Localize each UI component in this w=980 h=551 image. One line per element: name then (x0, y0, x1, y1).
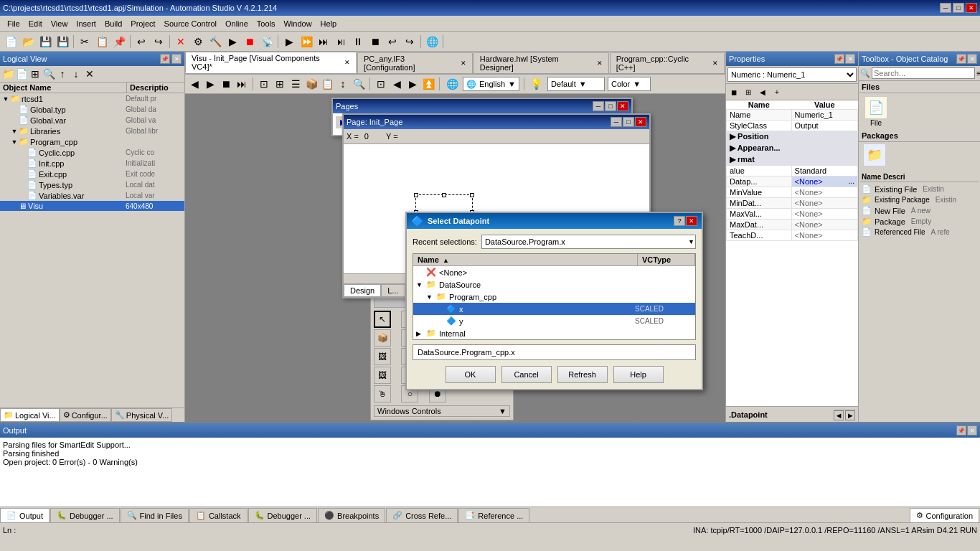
new-btn[interactable]: 📄 (3, 34, 19, 50)
bottom-tab-debugger2[interactable]: 🐛 Debugger ... (248, 508, 318, 522)
toolbox-pin-btn[interactable]: 📌 (956, 54, 966, 64)
tab-pc-any[interactable]: PC_any.IF3 [Configuration] ✕ (357, 52, 473, 73)
toolbox-close-btn[interactable]: ✕ (967, 54, 977, 64)
bottom-tab-find-files[interactable]: 🔍 Find in Files (121, 508, 189, 522)
menu-build[interactable]: Build (100, 18, 126, 29)
tree-toolbar-btn3[interactable]: ⊞ (29, 67, 42, 80)
tab-design[interactable]: Design (344, 284, 381, 297)
menu-file[interactable]: File (3, 18, 24, 29)
bottom-tab-cross-ref[interactable]: 🔗 Cross Refe... (386, 508, 458, 522)
menu-online[interactable]: Online (221, 18, 253, 29)
file-icon-new[interactable]: 📄 File (862, 96, 890, 127)
output-close-btn[interactable]: ✕ (967, 425, 977, 435)
tab-hardware-close[interactable]: ✕ (597, 60, 603, 67)
tool-mouse[interactable]: 🖱 (374, 385, 391, 402)
menu-window[interactable]: Window (279, 18, 316, 29)
minimize-button[interactable]: ─ (940, 3, 951, 13)
tree-item-exit-cpp[interactable]: 📄 Exit.cpp Exit code (0, 169, 184, 179)
props-teachd-val[interactable]: <None> (791, 230, 857, 241)
stop-btn[interactable]: ⏹ (242, 34, 258, 50)
copy-btn[interactable]: 📋 (94, 34, 110, 50)
ungroup-btn[interactable]: 📋 (321, 77, 334, 90)
tree-toolbar-btn2[interactable]: 📄 (15, 67, 28, 80)
props-maxdat-val[interactable]: <None> (791, 220, 857, 230)
tree-toolbar-btn6[interactable]: ↓ (70, 67, 83, 80)
props-btn1[interactable]: ◼ (727, 85, 740, 98)
dp-col-name[interactable]: Name ▲ (413, 254, 638, 265)
menu-source-control[interactable]: Source Control (160, 18, 221, 29)
bottom-tab-callstack[interactable]: 📋 Callstack (189, 508, 248, 522)
tab-configurator[interactable]: ⚙Configur... (60, 408, 111, 422)
tree-toolbar-btn4[interactable]: 🔍 (42, 67, 55, 80)
dp-item-none[interactable]: ❌ <None> (413, 266, 695, 278)
size-btn[interactable]: ⊡ (258, 77, 270, 90)
tree-item-init-cpp[interactable]: 📄 Init.cpp Initializati (0, 158, 184, 169)
props-name-value[interactable]: Numeric_1 (791, 110, 857, 121)
close-button[interactable]: ✕ (966, 3, 977, 13)
props-styleclass-value[interactable]: Output (791, 121, 857, 131)
tree-item-libraries[interactable]: ▼ 📁 Libraries Global libr (0, 126, 184, 136)
debug5-btn[interactable]: ⏸ (350, 34, 366, 50)
tree-item-visu[interactable]: 🖥 Visu 640x480 (0, 201, 184, 211)
tab-physical-view[interactable]: 🔧Physical V... (111, 408, 173, 422)
props-btn2[interactable]: ⊞ (742, 85, 755, 98)
group-btn[interactable]: 📦 (305, 77, 318, 90)
tab-program-cpp[interactable]: Program_cpp::Cyclic [C++] ✕ (610, 52, 725, 73)
tree-toolbar-btn5[interactable]: ↑ (56, 67, 69, 80)
tree-item-program-cpp[interactable]: ▼ 📁 Program_cpp (0, 136, 184, 147)
props-close-btn[interactable]: ✕ (845, 54, 855, 64)
dp-result-field[interactable]: DataSource.Program_cpp.x (413, 344, 696, 360)
dp-cancel-btn[interactable]: Cancel (501, 366, 552, 383)
init-minimize-btn[interactable]: ─ (611, 117, 622, 127)
menu-edit[interactable]: Edit (24, 18, 47, 29)
init-restore-btn[interactable]: □ (623, 117, 634, 127)
dp-recent-input[interactable] (481, 235, 696, 249)
transfer-btn[interactable]: 📡 (259, 34, 275, 50)
debug7-btn[interactable]: ↩ (385, 34, 400, 50)
pages-minimize-btn[interactable]: ─ (593, 101, 604, 111)
build3-btn[interactable]: 🔨 (207, 34, 223, 50)
build2-btn[interactable]: ⚙ (190, 34, 206, 50)
props-scroll-right[interactable]: ▶ (845, 410, 855, 420)
tab-visu[interactable]: Visu - Init_Page [Visual Components VC4]… (185, 52, 357, 73)
pkg-item-existing-package[interactable]: 📁 Existing Package Existin (860, 194, 979, 205)
tab-logical-view[interactable]: 📁Logical Vi... (0, 408, 60, 422)
grid-btn[interactable]: ⊞ (273, 77, 286, 90)
undo-btn[interactable]: ↩ (133, 34, 149, 50)
build-btn[interactable]: ✕ (173, 34, 189, 50)
tab-pc-close[interactable]: ✕ (461, 60, 466, 67)
pkg-icon-new[interactable]: 📁 (860, 143, 889, 166)
extra-btn4[interactable]: ⏫ (422, 77, 435, 90)
play-btn[interactable]: ▶ (204, 77, 217, 90)
play-back-btn[interactable]: ◀ (188, 77, 201, 90)
tools-dropdown[interactable]: Windows Controls ▼ (374, 405, 510, 417)
menu-insert[interactable]: Insert (72, 18, 100, 29)
datap-edit-btn[interactable]: ... (849, 177, 854, 185)
debug3-btn[interactable]: ⏭ (316, 34, 331, 50)
handle-tc[interactable] (442, 193, 446, 197)
tool-image[interactable]: 🖼 (374, 348, 391, 365)
globe2-btn[interactable]: 🌐 (444, 76, 460, 92)
build4-btn[interactable]: ▶ (225, 34, 240, 50)
props-value-val[interactable]: Standard (791, 166, 857, 176)
pkg-item-existing-file[interactable]: 📄 Existing File Existin (860, 184, 979, 194)
output-pin-btn[interactable]: 📌 (956, 425, 966, 435)
dp-col-vctype[interactable]: VCType (638, 254, 695, 265)
properties-selector[interactable]: Numeric : Numeric_1 (727, 67, 857, 82)
restore-button[interactable]: □ (953, 3, 964, 13)
props-maxval-val[interactable]: <None> (791, 209, 857, 220)
dp-help-action-btn[interactable]: Help (613, 366, 664, 383)
color-selector[interactable]: Color ▼ (608, 77, 651, 91)
extra-btn2[interactable]: ◀ (390, 77, 403, 90)
tree-toolbar-btn7[interactable]: ✕ (83, 67, 96, 80)
stop2-btn[interactable]: ⏹ (220, 77, 232, 90)
pages-close-btn[interactable]: ✕ (617, 101, 628, 111)
bulb-btn[interactable]: 💡 (529, 76, 545, 92)
debug2-btn[interactable]: ⏩ (298, 34, 314, 50)
tab-program-close[interactable]: ✕ (712, 60, 718, 67)
menu-tools[interactable]: Tools (253, 18, 280, 29)
save-all-btn[interactable]: 💾 (55, 34, 70, 50)
bottom-tab-reference[interactable]: 📑 Reference ... (458, 508, 529, 522)
cut-btn[interactable]: ✂ (77, 34, 93, 50)
props-scroll-left[interactable]: ◀ (834, 410, 844, 420)
